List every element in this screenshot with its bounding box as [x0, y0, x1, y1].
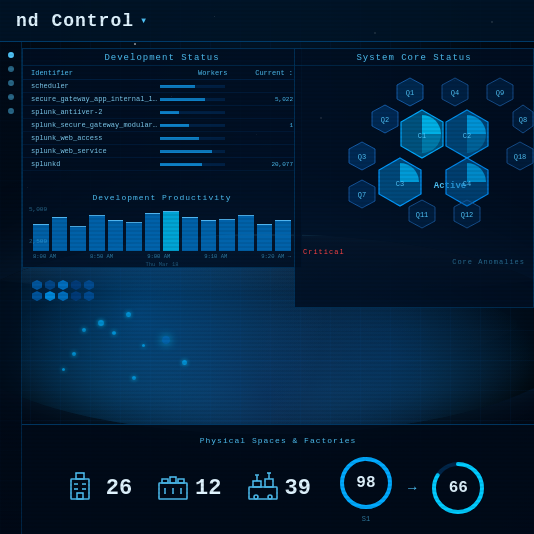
- svg-rect-24: [178, 479, 184, 483]
- dev-row-bar-fill: [160, 111, 179, 114]
- col-current: Current :: [228, 69, 294, 77]
- core-anomalies-label: Core Anomalies: [452, 258, 525, 266]
- dev-table-row[interactable]: secure_gateway_app_internal_log 5,022: [23, 93, 301, 106]
- chart-bar[interactable]: [163, 211, 179, 252]
- dev-row-current: 1: [229, 122, 294, 129]
- svg-text:Q11: Q11: [416, 211, 429, 219]
- gauge-1: 98: [336, 453, 396, 513]
- bottom-panel: Physical Spaces & Factories: [22, 424, 534, 534]
- svg-text:Q7: Q7: [358, 191, 366, 199]
- construction-icon: [247, 469, 279, 508]
- svg-text:C4: C4: [463, 180, 471, 188]
- chart-bar[interactable]: [70, 226, 86, 251]
- dropdown-icon[interactable]: ▾: [140, 13, 147, 28]
- svg-text:Q12: Q12: [461, 211, 474, 219]
- y-label-high: 5,000: [29, 206, 47, 213]
- dev-table-body: scheduler secure_gateway_app_internal_lo…: [23, 80, 301, 171]
- x-label-1: 8:00 AM: [33, 253, 56, 260]
- svg-text:C2: C2: [463, 132, 471, 140]
- chart-bar[interactable]: [219, 219, 235, 251]
- metric-buildings: 26: [68, 469, 132, 508]
- dev-table-row[interactable]: splunk_secure_gateway_modular_input.log …: [23, 119, 301, 132]
- dev-row-id: splunk_secure_gateway_modular_input.log: [31, 121, 160, 129]
- factories-value: 12: [195, 476, 221, 501]
- dev-row-bar-fill: [160, 150, 212, 153]
- dev-table-row[interactable]: splunk_web_service: [23, 145, 301, 158]
- chart-bar[interactable]: [145, 213, 161, 251]
- dev-row-bar: [160, 150, 225, 153]
- metric-factories: 12: [157, 469, 221, 508]
- chart-y-labels: 5,000 2,500: [29, 206, 47, 245]
- svg-text:C1: C1: [418, 132, 426, 140]
- svg-text:Q3: Q3: [358, 153, 366, 161]
- dev-row-bar: [160, 98, 225, 101]
- metrics-row: 26: [68, 453, 489, 523]
- gauge-1-value: 98: [356, 474, 375, 492]
- svg-text:C3: C3: [396, 180, 404, 188]
- dev-table-row[interactable]: scheduler: [23, 80, 301, 93]
- chart-bar[interactable]: [257, 224, 273, 251]
- x-label-4: 9:10 AM: [204, 253, 227, 260]
- dev-row-id: splunk_web_service: [31, 147, 160, 155]
- dev-row-bar: [160, 111, 225, 114]
- gauge-1-container: 98 S1: [336, 453, 396, 523]
- chart-bar[interactable]: [275, 220, 291, 252]
- dev-table-row[interactable]: splunk_web_access: [23, 132, 301, 145]
- productivity-section: Development Productivity 5,000 2,500 8:0…: [23, 189, 301, 267]
- left-nav: [0, 42, 22, 534]
- chart-bar[interactable]: [52, 217, 68, 251]
- dev-table-header: Identifier Workers Current :: [23, 66, 301, 80]
- svg-text:Q4: Q4: [451, 89, 459, 97]
- svg-text:Q9: Q9: [496, 89, 504, 97]
- dev-row-bar-fill: [160, 163, 202, 166]
- dev-status-panel: Development Status Identifier Workers Cu…: [22, 48, 302, 268]
- chart-bar[interactable]: [182, 217, 198, 251]
- chart-bar[interactable]: [238, 215, 254, 251]
- svg-rect-23: [170, 477, 176, 483]
- sys-core-panel: System Core Status Q1 Q4 Q9 Q2 Q8: [294, 48, 534, 308]
- dev-table-row[interactable]: splunkd 20,077: [23, 158, 301, 171]
- chart-bar[interactable]: [89, 215, 105, 251]
- dev-row-id: secure_gateway_app_internal_log: [31, 95, 160, 103]
- sys-core-title: System Core Status: [295, 49, 533, 66]
- col-workers: Workers: [162, 69, 228, 77]
- dev-row-id: splunk_web_access: [31, 134, 160, 142]
- productivity-title: Development Productivity: [31, 193, 293, 202]
- main-content: nd Control ▾ Development Status Identifi…: [0, 0, 534, 534]
- buildings-value: 26: [106, 476, 132, 501]
- nav-item-3[interactable]: [8, 80, 14, 86]
- svg-rect-14: [71, 479, 89, 499]
- page-title: nd Control: [16, 11, 134, 31]
- dev-row-bar-fill: [160, 85, 195, 88]
- hexgrid-svg: Q1 Q4 Q9 Q2 Q8 C1: [295, 70, 534, 270]
- critical-label: Critical: [303, 248, 345, 256]
- chart-bar[interactable]: [126, 222, 142, 251]
- physical-section-label: Physical Spaces & Factories: [200, 436, 357, 445]
- svg-rect-15: [76, 473, 84, 479]
- y-label-low: 2,500: [29, 238, 47, 245]
- dev-row-bar: [160, 163, 225, 166]
- nav-item-4[interactable]: [8, 94, 14, 100]
- chart-date: Thu Mar 18: [31, 261, 293, 268]
- x-label-2: 8:50 AM: [90, 253, 113, 260]
- chart-bar[interactable]: [201, 220, 217, 251]
- nav-item-2[interactable]: [8, 66, 14, 72]
- svg-rect-29: [253, 481, 261, 487]
- dev-row-bar-fill: [160, 137, 199, 140]
- x-label-5: 9:20 AM →: [261, 253, 291, 260]
- svg-rect-28: [249, 487, 277, 499]
- dev-row-bar: [160, 85, 225, 88]
- dev-row-bar-fill: [160, 98, 205, 101]
- dev-row-id: splunk_antiiver-2: [31, 108, 160, 116]
- physical-section: Physical Spaces & Factories: [22, 430, 534, 529]
- chart-bar[interactable]: [108, 220, 124, 252]
- gauge-2-container: 66: [428, 458, 488, 518]
- dev-table-row[interactable]: splunk_antiiver-2: [23, 106, 301, 119]
- nav-item-5[interactable]: [8, 108, 14, 114]
- dev-row-id: splunkd: [31, 160, 160, 168]
- nav-item-1[interactable]: [8, 52, 14, 58]
- svg-text:Q1: Q1: [406, 89, 414, 97]
- svg-point-35: [254, 495, 258, 499]
- svg-rect-20: [77, 493, 83, 499]
- svg-text:Q18: Q18: [514, 153, 527, 161]
